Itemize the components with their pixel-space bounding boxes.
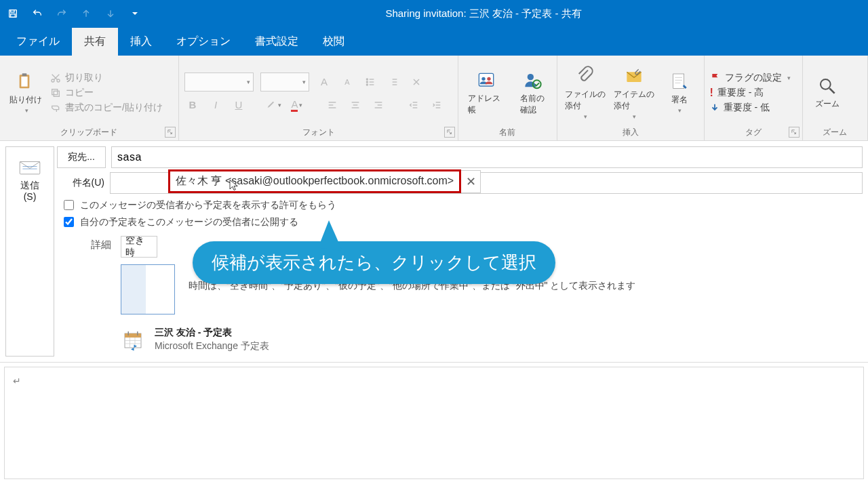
group-names-label: 名前	[464, 127, 551, 140]
align-right-icon	[370, 97, 387, 113]
signature-label: 署名	[671, 94, 688, 106]
request-permission-checkbox[interactable]: このメッセージの受信者から予定表を表示する許可をもらう	[61, 198, 863, 212]
font-size-select: ▾	[260, 73, 309, 92]
message-body[interactable]: ↵	[4, 367, 864, 479]
svg-point-37	[527, 74, 533, 80]
clipboard-launcher-icon[interactable]	[165, 127, 176, 138]
clear-format-icon	[408, 74, 425, 90]
group-zoom-label: ズーム	[808, 127, 862, 140]
calendar-attachment[interactable]: 三沢 友治 - 予定表 Microsoft Exchange 予定表	[121, 327, 863, 352]
menu-insert[interactable]: 挿入	[118, 28, 164, 56]
menu-review[interactable]: 校閲	[311, 28, 357, 56]
menu-share[interactable]: 共有	[72, 28, 118, 56]
arrow-down-icon	[102, 5, 119, 22]
svg-line-45	[829, 88, 834, 93]
grow-font-icon: A	[316, 74, 332, 90]
svg-point-10	[366, 79, 368, 80]
copy-button: コピー	[50, 87, 163, 99]
svg-point-35	[482, 77, 486, 80]
tags-launcher-icon[interactable]	[789, 127, 800, 138]
svg-rect-40	[673, 74, 684, 88]
svg-point-36	[488, 77, 491, 80]
to-input[interactable]	[111, 146, 863, 168]
svg-rect-50	[125, 333, 141, 338]
window-title: Sharing invitation: 三沢 友治 - 予定表 - 共有	[151, 7, 816, 20]
qat-customize-icon[interactable]	[126, 5, 144, 22]
calendar-title: 三沢 友治 - 予定表	[155, 327, 269, 339]
undo-icon[interactable]	[28, 5, 46, 22]
svg-point-44	[821, 79, 831, 89]
group-insert-label: 挿入	[563, 127, 698, 140]
cut-button: 切り取り	[50, 72, 163, 84]
calendar-provider: Microsoft Exchange 予定表	[155, 340, 269, 352]
font-launcher-icon[interactable]	[444, 127, 455, 138]
attach-item-button[interactable]: アイテムの 添付▾	[612, 64, 656, 121]
shrink-font-icon: A	[339, 74, 355, 90]
arrow-up-icon	[77, 5, 95, 22]
italic-icon: I	[208, 97, 224, 113]
svg-rect-8	[54, 91, 59, 96]
attach-file-label: ファイルの 添付	[565, 89, 606, 112]
zoom-button[interactable]: ズーム	[808, 74, 846, 111]
menu-format[interactable]: 書式設定	[243, 28, 311, 56]
flag-button[interactable]: フラグの設定▾	[710, 72, 791, 84]
attach-file-button[interactable]: ファイルの 添付▾	[563, 64, 608, 121]
subject-label: 件名(U)	[57, 173, 104, 193]
checknames-label: 名前の 確認	[520, 93, 545, 116]
group-clipboard-label: クリップボード	[5, 127, 173, 140]
group-font-label: フォント	[184, 127, 452, 140]
font-color-icon: A▾	[289, 97, 305, 113]
send-button[interactable]: 送信 (S)	[5, 146, 54, 357]
autocomplete-suggestion[interactable]: 佐々木 亨 <sasaki@outlookperfectbook.onmicro…	[168, 169, 461, 193]
bold-icon: B	[184, 97, 201, 113]
format-painter-button: 書式のコピー/貼り付け	[50, 102, 163, 114]
addressbook-button[interactable]: アドレス帳	[464, 68, 509, 117]
menu-option[interactable]: オプション	[164, 28, 243, 56]
svg-point-12	[366, 81, 368, 83]
paste-button[interactable]: 貼り付け ▾	[5, 70, 46, 115]
svg-point-14	[366, 84, 368, 85]
tutorial-callout: 候補が表示されたら、クリックして選択	[193, 241, 555, 284]
font-family-select: ▾	[184, 73, 254, 92]
group-tags-label: タグ	[710, 127, 797, 140]
svg-rect-5	[22, 73, 27, 76]
redo-icon	[53, 5, 71, 22]
addressbook-label: アドレス帳	[468, 93, 505, 116]
outdent-icon	[406, 97, 422, 113]
menu-file[interactable]: ファイル	[4, 28, 72, 56]
svg-rect-4	[21, 77, 27, 87]
align-center-icon	[347, 97, 363, 113]
paste-label: 貼り付け	[9, 94, 42, 106]
highlight-icon: ▾	[266, 97, 282, 113]
svg-rect-1	[11, 10, 14, 12]
detail-select[interactable]: 空き時	[121, 236, 157, 258]
svg-rect-2	[11, 14, 16, 18]
importance-low-button[interactable]: 重要度 - 低	[710, 102, 791, 114]
publish-calendar-checkbox[interactable]: 自分の予定表をこのメッセージの受信者に公開する	[61, 215, 863, 229]
to-button[interactable]: 宛先...	[57, 146, 106, 168]
underline-icon: U	[231, 97, 247, 113]
calendar-preview-icon	[121, 264, 175, 314]
zoom-label: ズーム	[815, 98, 840, 110]
attach-item-label: アイテムの 添付	[614, 89, 654, 112]
signature-button[interactable]: 署名▾	[660, 70, 698, 115]
paragraph-mark-icon: ↵	[13, 375, 21, 386]
save-icon[interactable]	[4, 5, 22, 22]
importance-high-button[interactable]: !重要度 - 高	[710, 87, 791, 99]
detail-label: 詳細	[57, 236, 111, 251]
align-left-icon	[324, 97, 340, 113]
indent-icon	[429, 97, 445, 113]
bullets-icon	[362, 74, 378, 90]
numbering-icon	[385, 74, 401, 90]
svg-rect-9	[52, 89, 58, 94]
send-label: 送信 (S)	[20, 180, 39, 203]
autocomplete-remove-icon[interactable]: ✕	[461, 170, 481, 193]
checknames-button[interactable]: 名前の 確認	[513, 68, 551, 117]
